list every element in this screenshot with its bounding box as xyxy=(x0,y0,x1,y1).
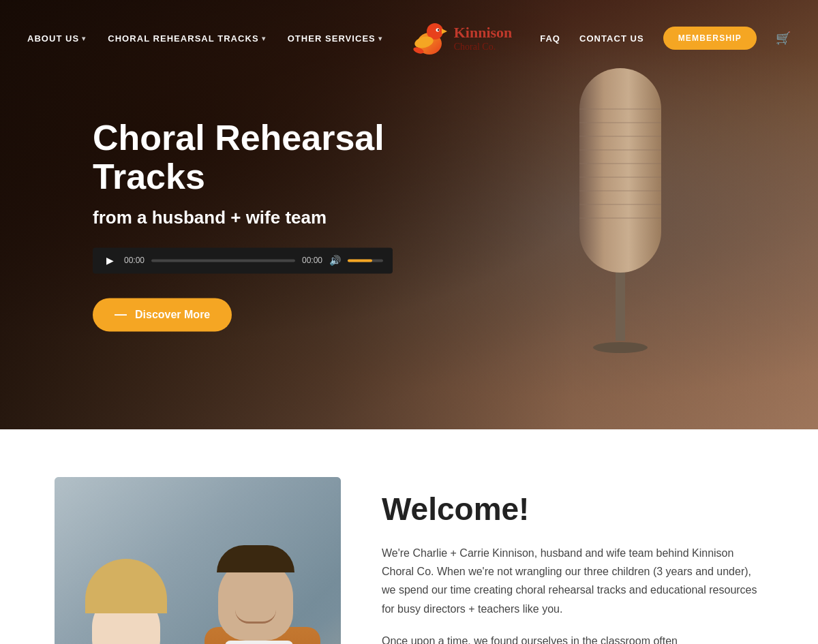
svg-rect-0 xyxy=(579,68,661,273)
welcome-paragraph-1: We're Charlie + Carrie Kinnison, husband… xyxy=(382,544,763,618)
hero-title: Choral Rehearsal Tracks xyxy=(93,119,502,196)
welcome-title: Welcome! xyxy=(382,491,763,527)
nav-about-us[interactable]: ABOUT US ▾ xyxy=(27,33,86,44)
microphone-graphic xyxy=(545,55,695,382)
arrow-icon: — xyxy=(115,308,127,322)
chevron-down-icon: ▾ xyxy=(82,35,86,42)
nav-left: ABOUT US ▾ CHORAL REHEARSAL TRACKS ▾ OTH… xyxy=(27,33,382,44)
hero-subtitle: from a husband + wife team xyxy=(93,208,502,229)
volume-bar[interactable] xyxy=(348,260,383,262)
volume-fill xyxy=(348,260,372,262)
nav-faq[interactable]: FAQ xyxy=(540,33,560,44)
play-button[interactable]: ▶ xyxy=(102,254,117,269)
audio-time-current: 00:00 xyxy=(124,256,145,266)
volume-icon[interactable]: 🔊 xyxy=(329,255,341,266)
hero-content: Choral Rehearsal Tracks from a husband +… xyxy=(93,119,502,331)
membership-button[interactable]: MEMBERSHIP xyxy=(663,27,757,50)
welcome-content: Welcome! We're Charlie + Carrie Kinnison… xyxy=(382,477,763,644)
chevron-down-icon: ▾ xyxy=(378,35,382,42)
site-logo[interactable]: Kinnison Choral Co. xyxy=(410,16,513,60)
audio-time-total: 00:00 xyxy=(302,256,322,266)
svg-point-11 xyxy=(593,342,648,353)
welcome-paragraph-2: Once upon a time, we found ourselves in … xyxy=(382,632,763,644)
svg-point-16 xyxy=(438,29,439,31)
logo-bird-icon xyxy=(410,16,447,60)
logo-text: Kinnison Choral Co. xyxy=(454,24,513,52)
nav-contact-us[interactable]: CONTACT US xyxy=(579,33,644,44)
svg-rect-10 xyxy=(616,273,625,341)
audio-player: ▶ 00:00 00:00 🔊 xyxy=(93,248,393,274)
svg-marker-14 xyxy=(442,29,447,34)
couple-photo-inner xyxy=(55,477,341,644)
audio-progress-bar[interactable] xyxy=(151,260,295,262)
person-2 xyxy=(198,518,334,644)
nav-other-services[interactable]: OTHER SERVICES ▾ xyxy=(288,33,382,44)
chevron-down-icon: ▾ xyxy=(262,35,266,42)
nav-choral-tracks[interactable]: CHORAL REHEARSAL TRACKS ▾ xyxy=(108,33,265,44)
main-nav: ABOUT US ▾ CHORAL REHEARSAL TRACKS ▾ OTH… xyxy=(0,0,818,76)
person-1 xyxy=(68,538,191,644)
discover-more-button[interactable]: — Discover More xyxy=(93,298,232,332)
couple-photo xyxy=(55,477,341,644)
nav-right: FAQ CONTACT US MEMBERSHIP 🛒 xyxy=(540,27,791,50)
cart-icon[interactable]: 🛒 xyxy=(776,31,791,46)
welcome-section: Welcome! We're Charlie + Carrie Kinnison… xyxy=(0,429,818,644)
hero-section: ABOUT US ▾ CHORAL REHEARSAL TRACKS ▾ OTH… xyxy=(0,0,818,429)
